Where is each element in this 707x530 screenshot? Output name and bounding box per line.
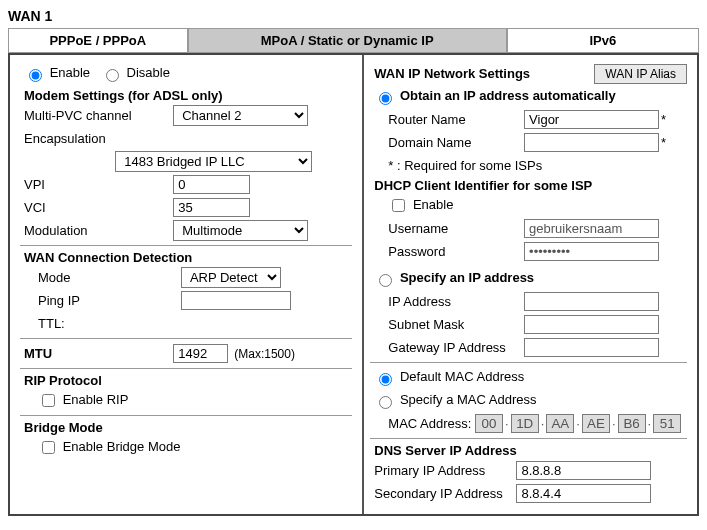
bridge-enable-check[interactable]: [42, 441, 55, 454]
mtu-input[interactable]: [173, 344, 228, 363]
mac-default-radio[interactable]: [379, 373, 392, 386]
mac-spec-radio-label[interactable]: Specify a MAC Address: [374, 392, 536, 409]
rip-heading: RIP Protocol: [24, 373, 352, 388]
mac-oct-1: [511, 414, 539, 433]
rip-enable-label[interactable]: Enable RIP: [38, 391, 128, 410]
dhcp-heading: DHCP Client Identifier for some ISP: [374, 178, 687, 193]
tab-ipv6[interactable]: IPv6: [507, 28, 699, 53]
enable-radio-label[interactable]: Enable: [24, 65, 90, 82]
multi-pvc-label: Multi-PVC channel: [24, 108, 173, 123]
page-title: WAN 1: [8, 8, 699, 28]
modulation-select[interactable]: Multimode: [173, 220, 308, 241]
mac-label: MAC Address:: [388, 416, 471, 431]
domain-name-label: Domain Name: [388, 135, 524, 150]
modem-heading: Modem Settings (for ADSL only): [24, 88, 352, 103]
router-name-label: Router Name: [388, 112, 524, 127]
multi-pvc-select[interactable]: Channel 2: [173, 105, 308, 126]
ipaddr-input[interactable]: [524, 292, 659, 311]
encap-label: Encapsulation: [24, 131, 106, 146]
modulation-label: Modulation: [24, 223, 173, 238]
main-panel: Enable Disable Modem Settings (for ADSL …: [8, 53, 699, 516]
subnet-input[interactable]: [524, 315, 659, 334]
asterisk-icon: *: [661, 135, 666, 150]
mac-oct-5: [653, 414, 681, 433]
tab-pppoe[interactable]: PPPoE / PPPoA: [8, 28, 188, 53]
tab-mpoa[interactable]: MPoA / Static or Dynamic IP: [188, 28, 507, 53]
disable-radio-label[interactable]: Disable: [101, 65, 170, 82]
sec-ip-input[interactable]: [516, 484, 651, 503]
net-heading: WAN IP Network Settings: [374, 66, 530, 81]
subnet-label: Subnet Mask: [388, 317, 524, 332]
ttl-label: TTL:: [38, 316, 181, 331]
mac-default-radio-label[interactable]: Default MAC Address: [374, 369, 524, 386]
req-note: * : Required for some ISPs: [388, 158, 542, 173]
enable-radio[interactable]: [29, 69, 42, 82]
mode-select[interactable]: ARP Detect: [181, 267, 281, 288]
encap-select[interactable]: 1483 Bridged IP LLC: [115, 151, 312, 172]
spec-ip-radio[interactable]: [379, 274, 392, 287]
password-label: Password: [388, 244, 524, 259]
mtu-label: MTU: [24, 346, 173, 361]
username-label: Username: [388, 221, 524, 236]
vpi-label: VPI: [24, 177, 173, 192]
mac-oct-3: [582, 414, 610, 433]
wcd-heading: WAN Connection Detection: [24, 250, 352, 265]
bridge-enable-label[interactable]: Enable Bridge Mode: [38, 438, 180, 457]
left-column: Enable Disable Modem Settings (for ADSL …: [10, 55, 364, 514]
pri-ip-label: Primary IP Address: [374, 463, 516, 478]
dns-heading: DNS Server IP Address: [374, 443, 687, 458]
gateway-label: Gateway IP Address: [388, 340, 524, 355]
vpi-input[interactable]: [173, 175, 250, 194]
spec-ip-radio-label[interactable]: Specify an IP address: [374, 270, 534, 287]
asterisk-icon: *: [661, 112, 666, 127]
auto-ip-radio[interactable]: [379, 92, 392, 105]
gateway-input[interactable]: [524, 338, 659, 357]
mac-oct-2: [546, 414, 574, 433]
mac-oct-4: [618, 414, 646, 433]
dhcp-enable-label[interactable]: Enable: [388, 196, 453, 215]
wan-ip-alias-button[interactable]: WAN IP Alias: [594, 64, 687, 84]
domain-name-input[interactable]: [524, 133, 659, 152]
rip-enable-check[interactable]: [42, 394, 55, 407]
router-name-input[interactable]: [524, 110, 659, 129]
tab-bar: PPPoE / PPPoA MPoA / Static or Dynamic I…: [8, 28, 699, 53]
mtu-note: (Max:1500): [234, 347, 295, 361]
pingip-label: Ping IP: [38, 293, 181, 308]
auto-ip-radio-label[interactable]: Obtain an IP address automatically: [374, 88, 615, 105]
right-column: WAN IP Network Settings WAN IP Alias Obt…: [364, 55, 697, 514]
username-input: [524, 219, 659, 238]
sec-ip-label: Secondary IP Address: [374, 486, 516, 501]
pingip-input: [181, 291, 291, 310]
vci-input[interactable]: [173, 198, 250, 217]
password-input: [524, 242, 659, 261]
mode-label: Mode: [38, 270, 181, 285]
dhcp-enable-check[interactable]: [392, 199, 405, 212]
ipaddr-label: IP Address: [388, 294, 524, 309]
vci-label: VCI: [24, 200, 173, 215]
mac-oct-0: [475, 414, 503, 433]
mac-spec-radio[interactable]: [379, 396, 392, 409]
disable-radio[interactable]: [106, 69, 119, 82]
bridge-heading: Bridge Mode: [24, 420, 352, 435]
pri-ip-input[interactable]: [516, 461, 651, 480]
